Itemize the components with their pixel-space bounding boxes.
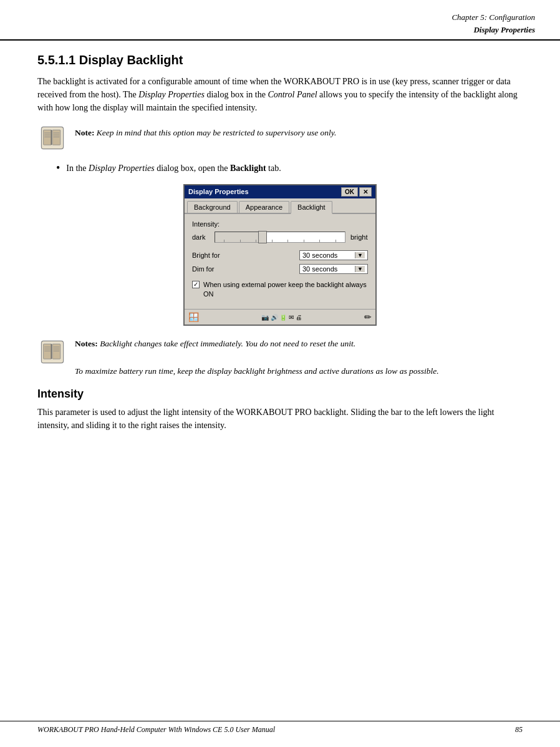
main-content: 5.5.1.1 Display Backlight The backlight …: [0, 41, 560, 451]
dark-label: dark: [192, 233, 210, 241]
svg-rect-2: [52, 130, 60, 145]
section-label: Display Properties: [25, 24, 535, 36]
svg-rect-12: [52, 344, 60, 359]
dialog-wrapper: Display Properties OK ✕ Background Appea…: [37, 184, 523, 326]
note-text: Note: Keep in mind that this option may …: [75, 123, 336, 139]
bright-for-dropdown[interactable]: 30 seconds ▼: [299, 250, 368, 260]
dialog-close-button[interactable]: ✕: [359, 187, 372, 197]
notes-line1: Backlight changes take effect immediatel…: [100, 339, 355, 348]
svg-rect-1: [44, 130, 52, 145]
tab-backlight[interactable]: Backlight: [291, 201, 332, 214]
bright-for-arrow[interactable]: ▼: [355, 252, 365, 258]
dialog-titlebar-buttons: OK ✕: [341, 187, 372, 197]
chapter-label: Chapter 5: Configuration: [25, 11, 535, 24]
intensity-slider[interactable]: [215, 232, 345, 243]
slider-row: dark: [192, 232, 368, 243]
tab-appearance[interactable]: Appearance: [239, 201, 289, 213]
notes-box: Notes: Backlight changes take effect imm…: [37, 337, 523, 378]
note-icon: [37, 123, 67, 155]
bullet-text: In the Display Properties dialog box, op…: [66, 162, 281, 175]
notes-label: Notes:: [75, 339, 98, 348]
checkbox-label: When using external power keep the backl…: [203, 280, 368, 300]
footer-manual: WORKABOUT PRO Hand-Held Computer With Wi…: [37, 725, 275, 735]
note-label: Note:: [75, 128, 94, 137]
dialog-tabs: Background Appearance Backlight: [185, 198, 375, 214]
tab-background[interactable]: Background: [187, 201, 238, 213]
page-header: Chapter 5: Configuration Display Propert…: [0, 0, 560, 41]
dialog-ok-button[interactable]: OK: [341, 187, 358, 197]
intensity-section-title: Intensity: [37, 388, 523, 401]
pencil-icon[interactable]: ✏: [364, 312, 372, 322]
bullet-item: • In the Display Properties dialog box, …: [56, 162, 523, 175]
section-title: 5.5.1.1 Display Backlight: [37, 53, 523, 67]
checkbox-row: ✓ When using external power keep the bac…: [192, 280, 368, 300]
bullet-dot: •: [56, 162, 60, 175]
bright-for-label: Bright for: [192, 251, 220, 259]
dialog-box: Display Properties OK ✕ Background Appea…: [183, 184, 377, 326]
bright-for-value: 30 seconds: [302, 251, 337, 259]
page-footer: WORKABOUT PRO Hand-Held Computer With Wi…: [0, 721, 560, 735]
intro-text: The backlight is activated for a configu…: [37, 75, 523, 114]
svg-rect-11: [44, 344, 52, 359]
bright-for-row: Bright for 30 seconds ▼: [192, 250, 368, 260]
dim-for-arrow[interactable]: ▼: [355, 266, 365, 272]
taskbar-icons: 📷 🔊 🔋 ✉ 🖨: [261, 314, 302, 321]
intensity-label: Intensity:: [192, 220, 368, 228]
note-box: Note: Keep in mind that this option may …: [37, 123, 523, 155]
dim-for-value: 30 seconds: [302, 265, 337, 273]
notes-line2: To maximize battery run time, keep the d…: [75, 366, 439, 376]
note-content: Keep in mind that this option may be res…: [97, 128, 337, 137]
dim-for-label: Dim for: [192, 265, 214, 273]
checkbox-external-power[interactable]: ✓: [192, 281, 200, 288]
notes-text: Notes: Backlight changes take effect imm…: [75, 337, 439, 378]
dim-for-dropdown[interactable]: 30 seconds ▼: [299, 264, 368, 274]
notes-icon: [37, 337, 67, 369]
slider-ticks: [215, 240, 345, 242]
bright-label: bright: [350, 233, 368, 241]
footer-page: 85: [515, 725, 523, 735]
dialog-titlebar: Display Properties OK ✕: [185, 185, 375, 198]
start-icon[interactable]: 🪟: [188, 312, 199, 322]
intensity-body: This parameter is used to adjust the lig…: [37, 406, 523, 432]
dim-for-row: Dim for 30 seconds ▼: [192, 264, 368, 274]
dialog-body: Intensity: dark: [185, 214, 375, 310]
dialog-title: Display Properties: [188, 188, 249, 195]
dialog-footer: 🪟 📷 🔊 🔋 ✉ 🖨 ✏: [185, 309, 375, 325]
